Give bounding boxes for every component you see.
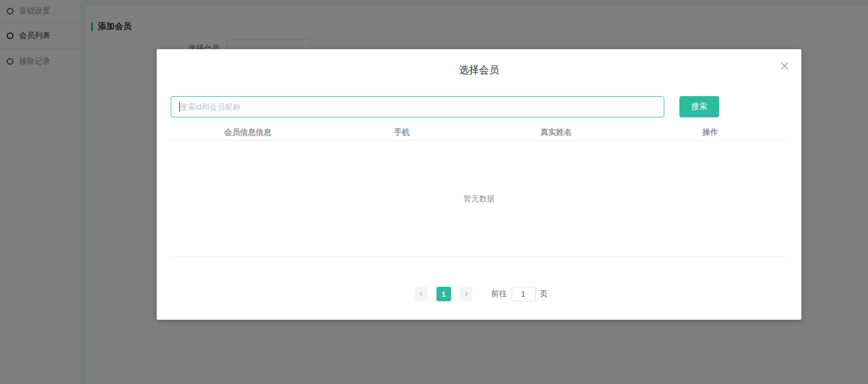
chevron-right-icon: [463, 291, 469, 297]
jump-page-input[interactable]: [512, 287, 536, 301]
chevron-left-icon: [419, 291, 424, 297]
search-row: 搜索: [171, 96, 787, 117]
search-input[interactable]: [171, 96, 664, 117]
dialog-body: 搜索 会员信息信息 手机 真实姓名 操作 暂无数据 1 前往: [171, 96, 787, 301]
prev-page-button[interactable]: [415, 287, 428, 301]
pagination: 1 前往 页: [171, 287, 787, 301]
table-header-row: 会员信息信息 手机 真实姓名 操作: [171, 124, 787, 141]
search-input-wrap: [171, 96, 664, 117]
next-page-button[interactable]: [460, 287, 472, 301]
search-button[interactable]: 搜索: [679, 96, 719, 117]
select-member-dialog: 选择会员 搜索 会员信息信息 手机 真实姓名 操作 暂无数据: [157, 49, 801, 320]
column-header-actions: 操作: [634, 127, 788, 138]
page-jumper: 前往 页: [491, 287, 548, 301]
empty-text: 暂无数据: [463, 194, 495, 204]
column-header-member-info: 会员信息信息: [171, 127, 325, 138]
column-header-real-name: 真实姓名: [479, 127, 634, 138]
page-number-active[interactable]: 1: [437, 287, 451, 301]
table-empty-state: 暂无数据: [171, 141, 787, 257]
jump-suffix-label: 页: [540, 289, 548, 299]
jump-prefix-label: 前往: [491, 289, 507, 299]
dialog-title: 选择会员: [157, 64, 801, 76]
close-icon[interactable]: [780, 61, 790, 71]
text-caret: [179, 102, 180, 112]
column-header-phone: 手机: [325, 127, 480, 138]
